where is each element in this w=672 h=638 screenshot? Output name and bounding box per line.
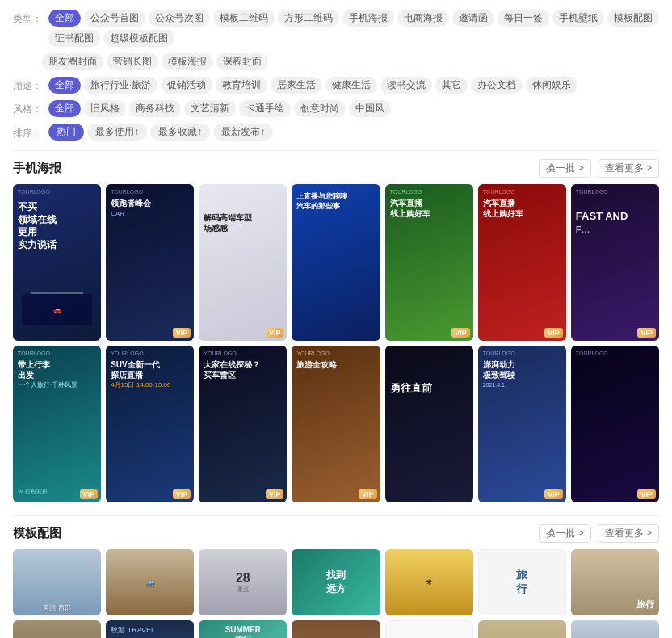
phone-poster-card-1-4[interactable]: 上直播与您聊聊汽车的那些事 xyxy=(292,184,380,341)
tag-super[interactable]: 超级模板配图 xyxy=(103,30,174,47)
card-number: 28 xyxy=(236,571,250,586)
card-text-main: 旅游全攻略 xyxy=(296,359,337,370)
source-leisure[interactable]: 休闲娱乐 xyxy=(526,77,578,94)
tag-circle[interactable]: 朋友圈封面 xyxy=(42,53,103,70)
card-travel-1: 旅 xyxy=(516,568,527,582)
template-card-1-5[interactable]: ☀ xyxy=(385,549,473,615)
source-all[interactable]: 全部 xyxy=(48,77,81,94)
tag-qr1[interactable]: 模板二维码 xyxy=(213,10,275,27)
style-label: 风格： xyxy=(13,100,42,116)
phone-poster-card-2-7[interactable]: TOURLOGO VIP xyxy=(571,346,659,502)
phone-poster-card-1-7[interactable]: TOURLOGO FAST ANDF… VIP xyxy=(571,184,659,341)
tag-daily[interactable]: 每日一签 xyxy=(498,10,549,27)
source-edu[interactable]: 教育培训 xyxy=(216,77,267,94)
sort-most-used[interactable]: 最多使用↑ xyxy=(87,124,147,141)
card-sun-text: ☀ xyxy=(426,578,432,586)
card-date: 2021.4.1 xyxy=(483,382,505,388)
vip-badge: VIP xyxy=(173,328,191,338)
phone-poster-card-2-1[interactable]: TOURLOGO 带上行李出发 一个人旅行·千种风景 ₩ 行程安排 VIP xyxy=(13,346,101,502)
template-card-2-3[interactable]: SUMMER 旅行 xyxy=(199,620,287,638)
phone-poster-card-2-3[interactable]: YOURLOGO 大家在线探秘？买车雷区 VIP xyxy=(199,346,287,502)
card-text-main: 带上行李出发 xyxy=(18,359,50,380)
phone-poster-card-1-6[interactable]: TOURLOGO 汽车直播线上购好车 VIP xyxy=(478,184,566,341)
tag-marketing[interactable]: 营销长图 xyxy=(107,53,158,70)
template-card-2-6[interactable] xyxy=(478,620,566,638)
card-logo: YOURLOGO xyxy=(111,350,143,356)
source-office[interactable]: 办公文档 xyxy=(471,77,523,94)
phone-poster-card-1-2[interactable]: TOURLOGO 领跑者峰会 CAR VIP xyxy=(106,184,194,341)
tag-wallpaper[interactable]: 手机壁纸 xyxy=(552,10,604,27)
template-photo-more[interactable]: 查看更多 > xyxy=(598,524,659,543)
card-text-main: 上直播与您聊聊汽车的那些事 xyxy=(296,192,347,211)
tag-phone-poster[interactable]: 手机海报 xyxy=(342,10,394,27)
template-card-1-6[interactable]: 旅 行 xyxy=(478,549,566,615)
sort-hot[interactable]: 热门 xyxy=(48,124,84,141)
style-chinese[interactable]: 中国风 xyxy=(349,100,391,117)
source-tags-container: 全部 旅行行业·旅游 促销活动 教育培训 居家生活 健康生活 读书交流 其它 办… xyxy=(48,77,659,94)
phone-poster-more[interactable]: 查看更多 > xyxy=(598,159,659,178)
vip-badge: VIP xyxy=(266,328,284,338)
style-tags-container: 全部 旧风格 商务科技 文艺清新 卡通手绘 创意时尚 中国风 xyxy=(48,100,659,117)
style-biz[interactable]: 商务科技 xyxy=(129,100,181,117)
phone-poster-card-1-5[interactable]: TOURLOGO 汽车直播线上购好车 VIP xyxy=(385,184,473,341)
template-card-1-7[interactable]: 旅行 xyxy=(571,549,659,615)
card-logo: TOURLOGO xyxy=(576,350,608,356)
template-photo-actions: 换一批 > 查看更多 > xyxy=(539,524,659,543)
tag-template-poster[interactable]: 模板海报 xyxy=(162,53,213,70)
phone-poster-card-1-1[interactable]: TOURLOGO 不买领域在线更用实力说话 🚗 xyxy=(13,184,101,341)
tag-gzh2[interactable]: 公众号次图 xyxy=(149,10,210,27)
tag-invite[interactable]: 邀请函 xyxy=(452,10,494,27)
source-other[interactable]: 其它 xyxy=(435,77,468,94)
template-card-1-4[interactable]: 找到 远方 xyxy=(292,549,380,615)
phone-poster-card-1-3[interactable]: 解码高端车型场感感 VIP xyxy=(199,184,287,341)
card-logo: TOURLOGO xyxy=(576,189,608,195)
tag-gzh1[interactable]: 公众号首图 xyxy=(84,10,145,27)
card-logo: TOURLOGO xyxy=(18,350,50,356)
card-far-text: 远方 xyxy=(326,582,346,596)
tag-ecom-poster[interactable]: 电商海报 xyxy=(397,10,449,27)
tag-qr2[interactable]: 方形二维码 xyxy=(278,10,339,27)
template-card-1-2[interactable]: 🚙 xyxy=(106,549,194,615)
source-book[interactable]: 读书交流 xyxy=(380,77,432,94)
template-card-2-7[interactable]: 美食 xyxy=(571,620,659,638)
vip-badge: VIP xyxy=(80,489,99,499)
vip-badge: VIP xyxy=(637,328,656,338)
style-creative[interactable]: 创意时尚 xyxy=(294,100,346,117)
template-photo-section: 模板配图 换一批 > 查看更多 > 美国·西部 🚙 28 xyxy=(13,524,659,638)
card-logo: TOURLOGO xyxy=(483,189,515,195)
phone-poster-card-2-5[interactable]: 勇往直前 xyxy=(385,346,473,502)
style-art[interactable]: 文艺清新 xyxy=(184,100,236,117)
sort-newest[interactable]: 最新发布↑ xyxy=(213,124,273,141)
vip-badge: VIP xyxy=(637,489,656,499)
card-text-main: 解码高端车型场感感 xyxy=(204,212,252,233)
sort-label: 排序： xyxy=(13,124,42,141)
phone-poster-header: 手机海报 换一批 > 查看更多 > xyxy=(13,159,659,178)
phone-poster-refresh[interactable]: 换一批 > xyxy=(539,159,590,178)
card-logo: TOURLOGO xyxy=(111,189,143,195)
phone-poster-card-2-6[interactable]: TOURLOGO 澎湃动力极致驾驶 2021.4.1 VIP xyxy=(478,346,566,502)
tag-template-photo[interactable]: 模板配图 xyxy=(607,10,659,27)
tag-course[interactable]: 课程封面 xyxy=(216,53,268,70)
template-card-1-3[interactable]: 28 景点 xyxy=(199,549,287,615)
source-promo[interactable]: 促销活动 xyxy=(161,77,212,94)
sort-row: 排序： 热门 最多使用↑ 最多收藏↑ 最新发布↑ xyxy=(13,124,659,141)
template-card-1-1[interactable]: 美国·西部 xyxy=(13,549,101,615)
tag-cert[interactable]: 证书配图 xyxy=(48,30,100,47)
template-card-2-5[interactable]: 国庆出游 xyxy=(385,620,473,638)
phone-poster-card-2-2[interactable]: YOURLOGO SUV全新一代探店直播 4月15日 14:00-15:00 V… xyxy=(106,346,194,502)
source-home[interactable]: 居家生活 xyxy=(271,77,322,94)
sort-most-fav[interactable]: 最多收藏↑ xyxy=(150,124,210,141)
type-tags-container: 全部 公众号首图 公众号次图 模板二维码 方形二维码 手机海报 电商海报 邀请函… xyxy=(48,10,659,47)
source-travel[interactable]: 旅行行业·旅游 xyxy=(84,77,158,94)
template-card-2-2[interactable]: 秋游 TRAVEL 旅行 xyxy=(106,620,194,638)
style-old[interactable]: 旧风格 xyxy=(84,100,126,117)
template-photo-refresh[interactable]: 换一批 > xyxy=(539,524,590,543)
card-text-main: 领跑者峰会 xyxy=(111,198,151,208)
source-health[interactable]: 健康生活 xyxy=(326,77,377,94)
template-card-2-1[interactable]: 🐪 xyxy=(13,620,101,638)
tag-all-type[interactable]: 全部 xyxy=(48,10,81,27)
phone-poster-card-2-4[interactable]: YOURLOGO 旅游全攻略 VIP xyxy=(292,346,380,502)
style-cartoon[interactable]: 卡通手绘 xyxy=(239,100,291,117)
template-card-2-4[interactable]: 一路向南 xyxy=(292,620,380,638)
style-all[interactable]: 全部 xyxy=(48,100,81,117)
